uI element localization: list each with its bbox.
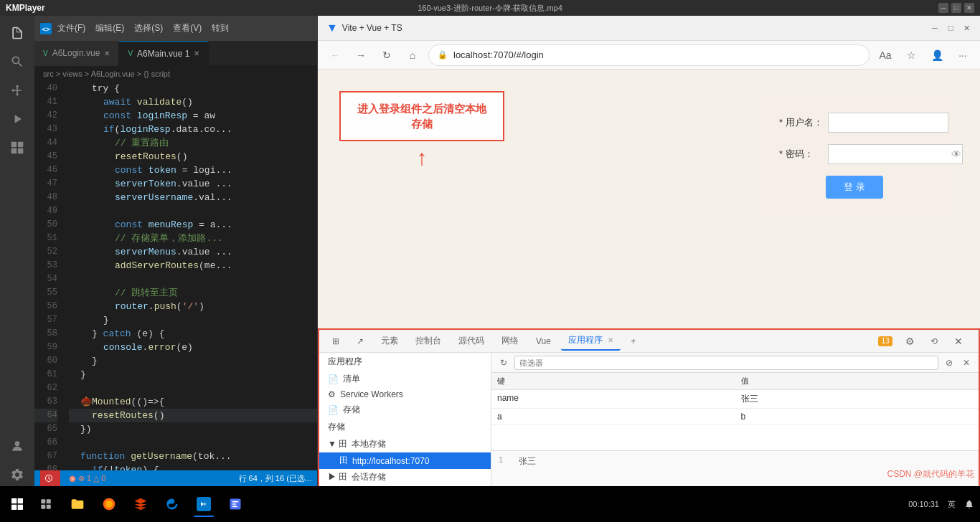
preview-line-num: 1 <box>499 455 513 464</box>
devtools-network-btn[interactable]: ⟲ <box>924 331 944 351</box>
sidebar-item-storage-root[interactable]: 📄 存储 <box>319 402 491 418</box>
code-line-55: // 跳转至主页 <box>69 286 317 300</box>
menu-edit[interactable]: 编辑(E) <box>91 21 128 36</box>
devtools-panel: ⊞ ↗ 元素 控制台 源代码 网络 Vue 应用程序 ✕ + 13 ⚙ ⟲ ✕ <box>318 328 980 486</box>
browser-minimize[interactable]: ─ <box>930 23 940 33</box>
sidebar-item-localhost[interactable]: 田 http://localhost:7070 <box>319 452 491 469</box>
tab-close-a6login[interactable]: ✕ <box>104 49 110 57</box>
sidebar-item-serviceworkers[interactable]: ⚙ Service Workers <box>319 387 491 402</box>
menu-view[interactable]: 查看(V) <box>169 21 206 36</box>
tab-console[interactable]: 控制台 <box>408 332 448 350</box>
svg-text:✕: ✕ <box>71 476 74 480</box>
restore-button[interactable]: □ <box>951 3 961 13</box>
table-row-name[interactable]: name 张三 <box>491 390 979 409</box>
sw-icon: ⚙ <box>328 389 336 399</box>
search-btn[interactable] <box>32 490 60 518</box>
menu-goto[interactable]: 转到 <box>207 21 233 36</box>
tab-add[interactable]: + <box>623 333 643 349</box>
tab-vue[interactable]: Vue <box>529 333 558 349</box>
refresh-storage-btn[interactable]: ↻ <box>497 356 510 369</box>
localhost-label: http://localhost:7070 <box>352 456 429 466</box>
activity-icon-settings[interactable] <box>6 463 29 486</box>
address-bar[interactable]: 🔒 localhost:7070/#/login <box>428 44 870 66</box>
username-label: * 用户名： <box>779 116 822 129</box>
devtools-settings-btn[interactable]: ⚙ <box>900 331 920 351</box>
taskbar-edge[interactable] <box>158 490 187 518</box>
start-button[interactable] <box>6 493 29 516</box>
clear-filter-btn[interactable]: ⊘ <box>943 356 956 369</box>
login-button[interactable]: 登 录 <box>826 176 883 199</box>
minimize-button[interactable]: ─ <box>938 3 948 13</box>
filter-input[interactable] <box>514 356 938 370</box>
devtools-icon-inspect[interactable]: ↗ <box>349 333 371 349</box>
sidebar-item-manifest[interactable]: 📄 清单 <box>319 371 491 387</box>
activity-icon-search[interactable] <box>6 50 29 73</box>
activity-icon-run[interactable] <box>6 108 29 130</box>
sidebar-item-localstorage[interactable]: ▼ 田 本地存储 <box>319 436 491 452</box>
activity-icon-files[interactable] <box>6 22 29 44</box>
refresh-button[interactable]: ↻ <box>377 45 397 65</box>
code-line-65: }) <box>69 422 317 436</box>
code-content[interactable]: try { await validate() const loginResp =… <box>63 82 317 470</box>
editor-content[interactable]: 40 41 42 43 44 45 46 47 48 49 50 51 52 5… <box>34 82 317 470</box>
username-input[interactable] <box>828 113 948 133</box>
forward-button[interactable]: → <box>351 45 371 65</box>
activity-icon-extensions[interactable] <box>6 136 29 159</box>
delete-btn[interactable]: ✕ <box>960 356 973 369</box>
value-a: b <box>735 409 979 424</box>
tab-a6login[interactable]: V A6Login.vue ✕ <box>34 41 119 66</box>
table-row-a[interactable]: a b <box>491 409 979 425</box>
activity-icon-account[interactable] <box>6 435 29 457</box>
devtools-badge: 13 <box>878 336 892 346</box>
tab-icon-vue2: V <box>128 49 133 57</box>
code-line-52: serverMenus.value ... <box>69 245 317 259</box>
menu-file[interactable]: 文件(F) <box>53 21 90 36</box>
reader-view-btn[interactable]: Aa <box>875 45 895 65</box>
browser-restore[interactable]: □ <box>946 23 956 33</box>
line-numbers: 40 41 42 43 44 45 46 47 48 49 50 51 52 5… <box>34 82 63 470</box>
code-line-64: resetRoutes() <box>69 409 317 422</box>
back-button[interactable]: ← <box>325 45 345 65</box>
taskbar-office[interactable] <box>126 490 155 518</box>
tab-elements[interactable]: 元素 <box>374 332 405 350</box>
password-input[interactable] <box>828 144 963 164</box>
devtools-icon-panel[interactable]: ⊞ <box>325 333 347 349</box>
code-line-44: // 重置路由 <box>69 136 317 150</box>
browser-titlebar: ▼ Vite + Vue + TS ─ □ ✕ <box>318 16 980 41</box>
taskbar-vscode[interactable] <box>189 490 218 518</box>
tab-sources[interactable]: 源代码 <box>451 332 491 350</box>
more-btn[interactable]: ··· <box>953 45 973 65</box>
home-button[interactable]: ⌂ <box>402 45 423 65</box>
tab-network[interactable]: 网络 <box>494 332 526 350</box>
sidebar-item-sessionstorage[interactable]: ▶ 田 会话存储 <box>319 469 491 485</box>
taskbar-file-explorer[interactable] <box>63 490 92 518</box>
browser-close[interactable]: ✕ <box>961 23 971 33</box>
svg-rect-15 <box>47 505 51 509</box>
eye-icon[interactable]: 👁 <box>951 148 961 160</box>
tab-close-a6main[interactable]: ✕ <box>194 49 199 57</box>
code-line-47: serverToken.value ... <box>69 177 317 191</box>
tab-application[interactable]: 应用程序 ✕ <box>561 331 621 351</box>
tab-app-close[interactable]: ✕ <box>608 336 613 344</box>
devtools-tabs: ⊞ ↗ 元素 控制台 源代码 网络 Vue 应用程序 ✕ + 13 ⚙ ⟲ ✕ <box>319 330 979 353</box>
svg-point-17 <box>105 500 113 508</box>
taskbar-time: 00:10:31 <box>908 500 939 508</box>
kmplayer-titlebar: KMPlayer 160-vue3-进阶-router-令牌-获取信息.mp4 … <box>0 0 980 16</box>
storage-label: 存储 <box>343 404 360 416</box>
code-line-66 <box>69 436 317 450</box>
username-field: * 用户名： <box>779 113 930 133</box>
favorites-btn[interactable]: ☆ <box>901 45 921 65</box>
activity-icon-git[interactable] <box>6 79 29 102</box>
tab-a6main[interactable]: V A6Main.vue 1 ✕ <box>119 41 209 66</box>
devtools-close-btn[interactable]: ✕ <box>948 331 969 351</box>
menu-select[interactable]: 选择(S) <box>130 21 167 36</box>
taskbar-lang: 英 <box>943 499 960 510</box>
profile-btn[interactable]: 👤 <box>927 45 947 65</box>
taskbar-notes[interactable] <box>221 490 250 518</box>
taskbar-firefox[interactable] <box>95 490 123 518</box>
code-line-62 <box>69 381 317 395</box>
activity-bar <box>0 16 34 486</box>
lock-icon: 🔒 <box>438 50 448 60</box>
devtools-sidebar: 应用程序 📄 清单 ⚙ Service Workers 📄 存储 <box>319 353 491 486</box>
close-button[interactable]: ✕ <box>964 3 974 13</box>
